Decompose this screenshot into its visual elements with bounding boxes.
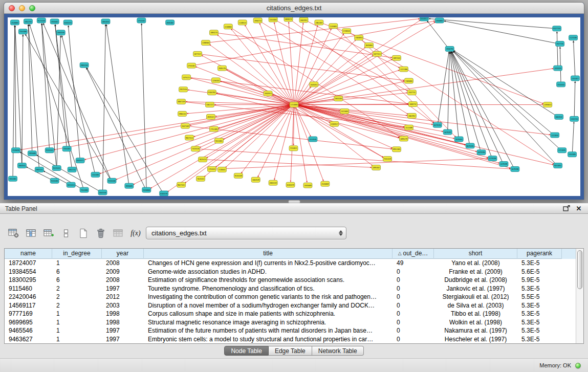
tab-network-table[interactable]: Network Table (312, 346, 364, 356)
table-row[interactable]: 1456911722003Disruption of a novel membe… (5, 301, 576, 310)
graph-edge[interactable] (274, 107, 293, 180)
graph-edge[interactable] (25, 34, 110, 179)
graph-node-label: 1935608 (29, 152, 36, 155)
select-columns-icon[interactable] (25, 227, 38, 240)
close-window-button[interactable] (9, 5, 15, 11)
column-header-year[interactable]: year (102, 249, 144, 259)
graph-edge[interactable] (29, 25, 39, 167)
table-selector-combo[interactable]: citations_edges.txt (146, 227, 346, 239)
add-column-icon[interactable] (42, 227, 55, 240)
zoom-window-button[interactable] (29, 5, 35, 11)
graph-edge[interactable] (297, 105, 550, 135)
graph-edge[interactable] (296, 86, 311, 103)
graph-edge[interactable] (573, 41, 575, 76)
import-table-icon[interactable] (112, 227, 125, 240)
graph-edge[interactable] (451, 52, 480, 150)
graph-edge[interactable] (185, 106, 291, 183)
graph-edge[interactable] (55, 25, 67, 146)
graph-edge[interactable] (13, 26, 15, 176)
graph-edge[interactable] (296, 40, 356, 103)
rows-icon[interactable] (59, 227, 73, 240)
column-header-in_degree[interactable]: in_degree (52, 249, 102, 259)
graph-edge[interactable] (438, 52, 449, 122)
tab-edge-table[interactable]: Edge Table (269, 346, 312, 356)
table-mode-icon[interactable] (7, 227, 20, 240)
graph-edge[interactable] (103, 25, 106, 190)
graph-edge[interactable] (297, 105, 499, 163)
table-row[interactable]: 946554611997Estimation of the future num… (5, 326, 576, 335)
graph-edge[interactable] (297, 105, 553, 165)
graph-edge[interactable] (560, 47, 561, 82)
graph-edge[interactable] (28, 25, 32, 151)
scrollbar-thumb[interactable] (577, 250, 582, 289)
network-window-titlebar[interactable]: citations_edges.txt (4, 3, 584, 14)
graph-edge[interactable] (574, 81, 575, 116)
graph-edge[interactable] (100, 105, 291, 173)
graph-edge[interactable] (453, 51, 556, 116)
graph-edge[interactable] (209, 45, 291, 103)
graph-edge[interactable] (15, 26, 16, 148)
graph-edge[interactable] (20, 105, 291, 149)
graph-edge[interactable] (336, 28, 434, 123)
graph-edge[interactable] (191, 78, 291, 104)
table-scrollbar[interactable] (576, 249, 583, 343)
graph-edge[interactable] (54, 105, 291, 149)
column-header-title[interactable]: title (144, 249, 393, 259)
graph-edge[interactable] (557, 32, 558, 65)
graph-edge[interactable] (22, 35, 23, 163)
table-row[interactable]: 911546021997Tourette syndrome. Phenomeno… (5, 285, 576, 293)
table-row[interactable]: 977716911998Corpus callosum shape and si… (5, 310, 576, 318)
graph-edge[interactable] (68, 26, 80, 158)
graph-edge[interactable] (215, 159, 488, 169)
column-header-short[interactable]: short (434, 249, 517, 259)
graph-node-label: 1861034 (102, 20, 110, 23)
table-row[interactable]: 2242004622012Investigating the contribut… (5, 293, 576, 301)
graph-edge[interactable] (295, 107, 323, 181)
function-builder-icon[interactable]: f(x) (129, 227, 142, 240)
graph-edge[interactable] (86, 68, 145, 188)
graph-edge[interactable] (30, 25, 83, 188)
graph-edge[interactable] (453, 51, 559, 148)
graph-edge[interactable] (142, 24, 146, 187)
graph-edge[interactable] (15, 26, 21, 163)
network-canvas[interactable]: 2526065185273391254481935602810337475543… (8, 17, 580, 196)
graph-edge[interactable] (295, 107, 307, 182)
graph-edge[interactable] (297, 93, 407, 104)
graph-node-label: 9679195 (467, 145, 474, 147)
table-row[interactable]: 969969511998Structural magnetic resonanc… (5, 318, 576, 327)
graph-edge[interactable] (55, 25, 72, 167)
new-file-icon[interactable] (77, 227, 90, 240)
table-row[interactable]: 1938455462009Genome-wide association stu… (5, 268, 576, 276)
graph-edge[interactable] (106, 25, 129, 183)
graph-edge[interactable] (195, 67, 291, 103)
graph-edge[interactable] (168, 106, 291, 191)
column-header-pagerank[interactable]: pagerank (517, 249, 562, 259)
table-row[interactable]: 946362711997Embryonic stem cells: a mode… (5, 335, 576, 344)
graph-edge[interactable] (451, 52, 470, 143)
close-panel-icon[interactable]: ✕ (575, 205, 583, 212)
float-panel-icon[interactable] (562, 205, 571, 212)
minimize-window-button[interactable] (19, 5, 25, 11)
delete-icon[interactable] (94, 227, 107, 240)
graph-edge[interactable] (297, 105, 477, 151)
graph-edge[interactable] (217, 35, 292, 103)
graph-edge[interactable] (451, 52, 502, 162)
graph-edge[interactable] (274, 23, 293, 102)
tab-node-table[interactable]: Node Table (224, 346, 269, 356)
graph-edge[interactable] (231, 29, 292, 102)
graph-edge[interactable] (297, 106, 373, 166)
table-row[interactable]: 1830029562008Estimation of significance … (5, 276, 576, 285)
table-row[interactable]: 1872400712008Changes of HCN gene express… (5, 259, 576, 268)
graph-edge[interactable] (427, 21, 448, 47)
graph-edge[interactable] (297, 59, 393, 104)
graph-edge[interactable] (215, 93, 399, 138)
graph-edge[interactable] (297, 105, 454, 139)
graph-edge[interactable] (429, 18, 553, 28)
column-header-out_degree[interactable]: △out_de… (393, 249, 434, 259)
graph-edge[interactable] (43, 23, 110, 178)
graph-edge[interactable] (453, 51, 552, 134)
graph-edge[interactable] (450, 52, 459, 137)
graph-edge[interactable] (448, 52, 450, 129)
graph-edge[interactable] (572, 122, 574, 152)
column-header-name[interactable]: name (5, 249, 52, 259)
